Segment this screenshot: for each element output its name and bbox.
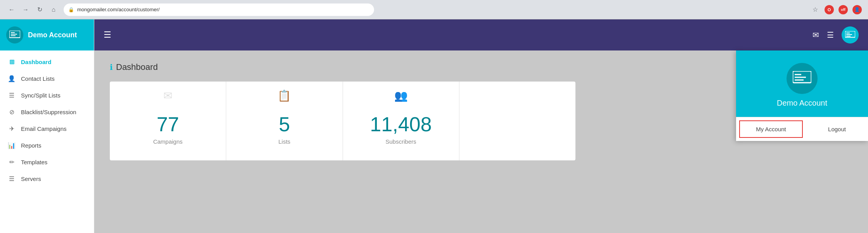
stat-card-campaigns: ✉ 77 Campaigns (110, 82, 226, 160)
dropdown-header: Demo Account (736, 50, 868, 117)
sidebar-header: Demo Account (0, 19, 94, 50)
campaigns-card-icon: ✉ (163, 89, 172, 102)
reload-button[interactable]: ↻ (34, 4, 45, 15)
servers-icon: ☰ (8, 175, 16, 183)
lock-icon: 🔒 (68, 7, 74, 12)
campaigns-number: 77 (157, 113, 179, 136)
sidebar-item-reports[interactable]: 📊 Reports (0, 137, 94, 154)
my-account-button[interactable]: My Account (739, 120, 803, 138)
dashboard-icon: ⊞ (8, 58, 16, 66)
lists-label: Lists (278, 138, 290, 145)
sidebar-item-label: Dashboard (21, 59, 51, 65)
sidebar-item-label: Templates (21, 159, 47, 165)
dropdown-actions: My Account Logout (736, 117, 868, 141)
sidebar-item-label: Contact Lists (21, 75, 55, 82)
email-campaigns-icon: ✈ (8, 125, 16, 132)
sidebar-nav: ⊞ Dashboard 👤 Contact Lists ☰ Sync/Split… (0, 50, 94, 233)
url-text: mongomailer.com/account/customer/ (77, 7, 159, 12)
sidebar-item-label: Servers (21, 176, 41, 182)
blacklist-icon: ⊘ (8, 108, 16, 116)
sidebar-title: Demo Account (28, 31, 77, 39)
info-icon: ℹ (110, 63, 113, 72)
sidebar-item-dashboard[interactable]: ⊞ Dashboard (0, 54, 94, 70)
main-content: ℹ Dashboard ✉ 77 Campaigns 📋 5 Lists (94, 50, 868, 233)
logout-button[interactable]: Logout (806, 117, 868, 141)
dropdown-avatar (787, 63, 818, 94)
mail-icon[interactable]: ✉ (813, 30, 819, 40)
bookmark-icon[interactable]: ☆ (811, 5, 820, 14)
address-bar[interactable]: 🔒 mongomailer.com/account/customer/ (64, 3, 374, 16)
ext-icon-user[interactable]: 👤 (852, 5, 862, 14)
contact-lists-icon: 👤 (8, 75, 16, 82)
stats-row: ✉ 77 Campaigns 📋 5 Lists 👥 11,408 Subscr… (110, 82, 575, 160)
top-bar-icons: ✉ ☰ (813, 26, 859, 43)
sidebar-item-email-campaigns[interactable]: ✈ Email Campaigns (0, 120, 94, 137)
user-avatar[interactable] (842, 26, 859, 43)
sidebar: Demo Account ⊞ Dashboard 👤 Contact Lists… (0, 19, 94, 233)
nav-buttons: ← → ↻ ⌂ (6, 4, 59, 15)
stat-card-subscribers: 👥 11,408 Subscribers (343, 82, 459, 160)
sync-split-icon: ☰ (8, 92, 16, 99)
home-button[interactable]: ⌂ (48, 4, 59, 15)
sidebar-item-sync-split[interactable]: ☰ Sync/Split Lists (0, 87, 94, 104)
stat-card-lists: 📋 5 Lists (226, 82, 343, 160)
dropdown-account-name: Demo Account (777, 99, 827, 108)
sidebar-item-label: Reports (21, 142, 42, 149)
lists-card-icon: 📋 (277, 89, 291, 102)
sidebar-item-contact-lists[interactable]: 👤 Contact Lists (0, 70, 94, 87)
lists-number: 5 (279, 113, 290, 136)
forward-button[interactable]: → (20, 4, 31, 15)
sidebar-item-servers[interactable]: ☰ Servers (0, 170, 94, 187)
ext-icon-off[interactable]: off (839, 5, 848, 14)
dashboard-heading: Dashboard (116, 62, 158, 72)
list-icon[interactable]: ☰ (827, 30, 834, 40)
sidebar-logo (6, 26, 23, 43)
sidebar-item-blacklist[interactable]: ⊘ Blacklist/Suppression (0, 104, 94, 120)
sidebar-item-templates[interactable]: ✏ Templates (0, 154, 94, 170)
campaigns-label: Campaigns (153, 138, 183, 145)
browser-chrome: ← → ↻ ⌂ 🔒 mongomailer.com/account/custom… (0, 0, 868, 19)
hamburger-icon[interactable]: ☰ (104, 30, 111, 40)
reports-icon: 📊 (8, 142, 16, 149)
browser-icons: ☆ O off 👤 (811, 5, 862, 14)
ext-icon-1[interactable]: O (825, 5, 834, 14)
back-button[interactable]: ← (6, 4, 17, 15)
templates-icon: ✏ (8, 158, 16, 166)
top-bar: ☰ ✉ ☰ (94, 19, 868, 50)
subscribers-number: 11,408 (370, 113, 432, 136)
subscribers-label: Subscribers (386, 138, 416, 145)
subscribers-card-icon: 👥 (394, 89, 408, 102)
dropdown-panel: Demo Account My Account Logout (736, 50, 868, 141)
sidebar-item-label: Sync/Split Lists (21, 92, 61, 99)
app-container: Demo Account ⊞ Dashboard 👤 Contact Lists… (0, 19, 868, 233)
sidebar-item-label: Email Campaigns (21, 125, 67, 132)
sidebar-item-label: Blacklist/Suppression (21, 109, 76, 115)
stat-card-fourth (459, 82, 575, 160)
